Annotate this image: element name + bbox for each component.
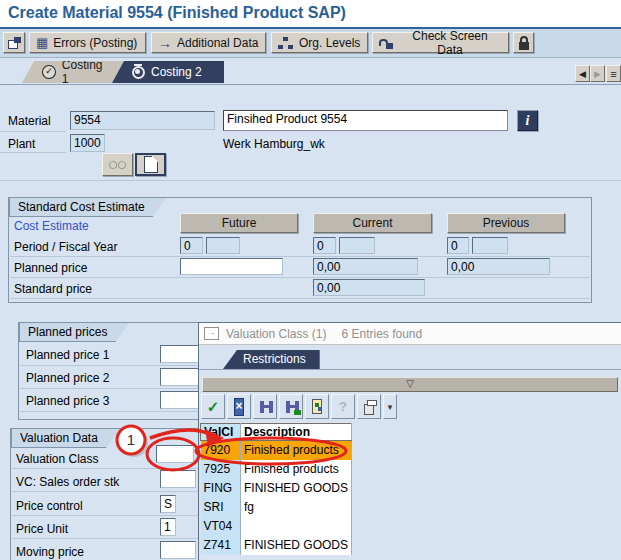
planned-price-previous-field[interactable]: 0,00 (447, 258, 550, 275)
tab-list-button[interactable]: ≡ (606, 65, 621, 82)
tab-costing-2[interactable]: Costing 2 (112, 61, 224, 83)
description-column-header[interactable]: Description (241, 424, 352, 441)
restrictions-collapse-bar[interactable]: ▽ (202, 377, 618, 392)
description-cell: FINISHED GOODS (241, 536, 352, 555)
price-control-label: Price control (16, 499, 83, 513)
additional-data-button[interactable]: → Additional Data (151, 32, 266, 53)
valcl-cell: VT04 (201, 517, 241, 536)
help-button[interactable]: ? (331, 394, 355, 419)
find-next-button[interactable] (279, 394, 303, 419)
popup-title: Valuation Class (1) (226, 327, 327, 341)
tab-strip: ✓ Costing 1 Costing 2 ◀ ▶ ≡ (0, 60, 621, 85)
table-row[interactable]: 7920 Finished products (201, 441, 352, 460)
sap-window: Create Material 9554 (Finished Product S… (0, 0, 621, 560)
lock-button[interactable] (513, 32, 534, 53)
moving-price-label: Moving price (16, 545, 84, 559)
tab-costing-1[interactable]: ✓ Costing 1 (22, 61, 124, 83)
new-values-button[interactable] (305, 394, 329, 419)
popup-toolbar: ✓ × ? ▾ (201, 394, 397, 419)
description-cell: fg (241, 498, 352, 517)
table-row[interactable]: FING FINISHED GOODS (201, 479, 352, 498)
print-options-button[interactable]: ▾ (383, 394, 397, 419)
new-document-button[interactable] (135, 153, 166, 176)
planned-price-current-field[interactable]: 0,00 (313, 258, 418, 275)
popup-title-bar[interactable]: → Valuation Class (1) 6 Entries found (199, 323, 621, 345)
table-row[interactable]: VT04 (201, 517, 352, 536)
valuation-class-popup: → Valuation Class (1) 6 Entries found Re… (198, 322, 621, 560)
planned-price-future-field[interactable] (180, 258, 283, 275)
future-column-button[interactable]: Future (180, 213, 298, 233)
price-unit-label: Price Unit (16, 522, 68, 536)
planned-prices-caption: Planned prices (19, 323, 129, 342)
check-circle-icon: ✓ (42, 65, 56, 79)
grid-icon: ▦ (36, 36, 48, 49)
check-screen-data-button[interactable]: Check Screen Data (372, 32, 509, 53)
description-cell: FINISHED GOODS (241, 479, 352, 498)
new-values-icon (312, 399, 322, 414)
price-control-field[interactable]: S (160, 495, 176, 513)
copy-reference-button[interactable] (3, 32, 25, 53)
planned-price-2-label: Planned price 2 (26, 371, 109, 385)
accept-button[interactable]: ✓ (201, 394, 225, 419)
display-glasses-button[interactable] (102, 153, 133, 176)
description-cell: Finished products (241, 460, 352, 479)
table-row[interactable]: SRI fg (201, 498, 352, 517)
standard-price-current-field[interactable]: 0,00 (313, 279, 425, 296)
cancel-x-icon: × (234, 398, 244, 416)
tab-scroll-left-button[interactable]: ◀ (575, 65, 590, 82)
vc-sales-order-stk-field[interactable] (160, 470, 196, 488)
page-title: Create Material 9554 (Finished Product S… (0, 0, 621, 22)
tab-costing-1-label: Costing 1 (62, 58, 112, 86)
valuation-class-field[interactable] (156, 445, 194, 463)
print-button[interactable] (357, 394, 381, 419)
tab-costing-2-label: Costing 2 (151, 65, 202, 79)
current-period-field[interactable]: 0 (313, 237, 336, 254)
valcl-cell: Z741 (201, 536, 241, 555)
valuation-class-label: Valuation Class (16, 452, 99, 466)
org-levels-label: Org. Levels (299, 36, 360, 50)
future-year-field[interactable] (206, 237, 240, 254)
previous-column-button[interactable]: Previous (447, 213, 565, 233)
plant-label: Plant (8, 137, 35, 151)
errors-posting-button[interactable]: ▦ Errors (Posting) (29, 32, 146, 53)
price-unit-field[interactable]: 1 (160, 518, 176, 536)
material-number-field[interactable]: 9554 (70, 111, 215, 130)
material-description-field[interactable]: Finsihed Product 9554 (223, 110, 508, 131)
period-fiscal-year-label: Period / Fiscal Year (14, 240, 117, 254)
moving-price-field[interactable] (160, 541, 196, 559)
find-button[interactable] (253, 394, 277, 419)
valuation-data-caption: Valuation Data (11, 429, 120, 448)
info-button[interactable]: i (517, 110, 538, 131)
padlock-icon (519, 42, 529, 50)
glasses-icon (109, 160, 126, 169)
previous-period-field[interactable]: 0 (447, 237, 469, 254)
binoculars-icon (260, 401, 270, 413)
org-unlock-icon (379, 37, 393, 49)
current-column-button[interactable]: Current (313, 213, 432, 233)
valcl-cell: FING (201, 479, 241, 498)
planned-price-label: Planned price (14, 261, 87, 275)
cancel-button[interactable]: × (227, 394, 251, 419)
description-cell (241, 517, 352, 536)
valcl-column-header[interactable]: ValCl (201, 424, 241, 441)
title-bar: Create Material 9554 (Finished Product S… (0, 0, 621, 27)
valcl-cell: 7920 (201, 441, 241, 460)
previous-year-field[interactable] (472, 237, 508, 254)
tab-scroll-right-button[interactable]: ▶ (590, 65, 605, 82)
plant-number-field[interactable]: 1000 (70, 134, 105, 152)
cost-estimate-link[interactable]: Cost Estimate (14, 219, 89, 233)
restrictions-tab[interactable]: Restrictions (223, 350, 320, 369)
valcl-cell: 7925 (201, 460, 241, 479)
table-row[interactable]: 7925 Finished products (201, 460, 352, 479)
errors-posting-label: Errors (Posting) (53, 36, 137, 50)
table-row[interactable]: Z741 FINISHED GOODS (201, 536, 352, 555)
org-levels-button[interactable]: Org. Levels (271, 32, 368, 53)
record-circle-icon (132, 66, 145, 79)
future-period-field[interactable]: 0 (180, 237, 203, 254)
valcl-cell: SRI (201, 498, 241, 517)
printer-icon (364, 404, 374, 415)
table-header-row: ValCl Description (201, 424, 352, 441)
current-year-field[interactable] (339, 237, 375, 254)
description-cell: Finished products (241, 441, 352, 460)
popup-window-icon: → (204, 327, 219, 340)
